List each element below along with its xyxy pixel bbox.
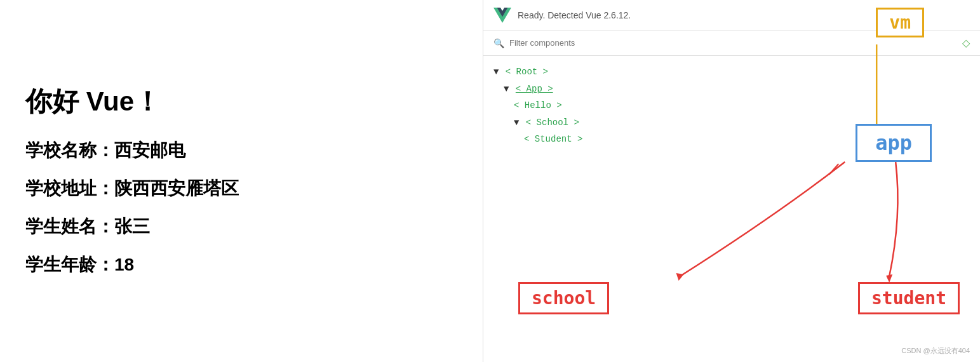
tree-item-root[interactable]: ▼ < Root > [493,64,970,81]
component-school-name: < School > [526,117,579,128]
triangle-school: ▼ [514,117,525,128]
info-line-student-age: 学生年龄：18 [25,251,457,278]
label-school-addr: 学校地址： [25,178,114,198]
component-hello-name: < Hello > [514,100,562,111]
info-line-student-name: 学生姓名：张三 [25,213,457,240]
component-student-name: < Student > [524,134,582,144]
devtools-status: Ready. Detected Vue 2.6.12. [518,10,970,20]
component-tree: ▼ < Root > ▼ < App > < Hello > ▼ < Schoo… [483,56,980,362]
right-panel: Ready. Detected Vue 2.6.12. 🔍 ◇ ▼ < Root… [483,0,980,362]
left-panel: 你好 Vue！ 学校名称：西安邮电 学校地址：陕西西安雁塔区 学生姓名：张三 学… [0,0,483,362]
vue-logo-icon [493,6,511,24]
info-line-school-name: 学校名称：西安邮电 [25,137,457,164]
filter-bar: 🔍 ◇ [483,30,980,56]
watermark: CSDN @永远没有404 [901,346,970,356]
tree-item-student[interactable]: < Student > [493,131,970,148]
filter-input[interactable] [509,38,957,48]
info-line-school-addr: 学校地址：陕西西安雁塔区 [25,175,457,202]
search-icon: 🔍 [493,38,504,48]
component-app-name: < App > [516,84,553,94]
value-school-name: 西安邮电 [114,140,185,160]
devtools-header: Ready. Detected Vue 2.6.12. [483,0,980,30]
label-student-name: 学生姓名： [25,217,114,236]
label-school-name: 学校名称： [25,140,114,160]
tree-item-app[interactable]: ▼ < App > [493,81,970,98]
value-school-addr: 陕西西安雁塔区 [114,178,239,198]
main-title: 你好 Vue！ [25,84,457,119]
triangle-app: ▼ [504,84,514,94]
value-student-age: 18 [114,255,134,274]
tree-item-hello[interactable]: < Hello > [493,97,970,114]
value-student-name: 张三 [114,217,150,236]
inspect-icon[interactable]: ◇ [962,37,970,49]
component-root-name: < Root > [506,67,548,77]
triangle-root: ▼ [493,67,504,77]
tree-item-school[interactable]: ▼ < School > [493,114,970,131]
label-student-age: 学生年龄： [25,255,114,274]
